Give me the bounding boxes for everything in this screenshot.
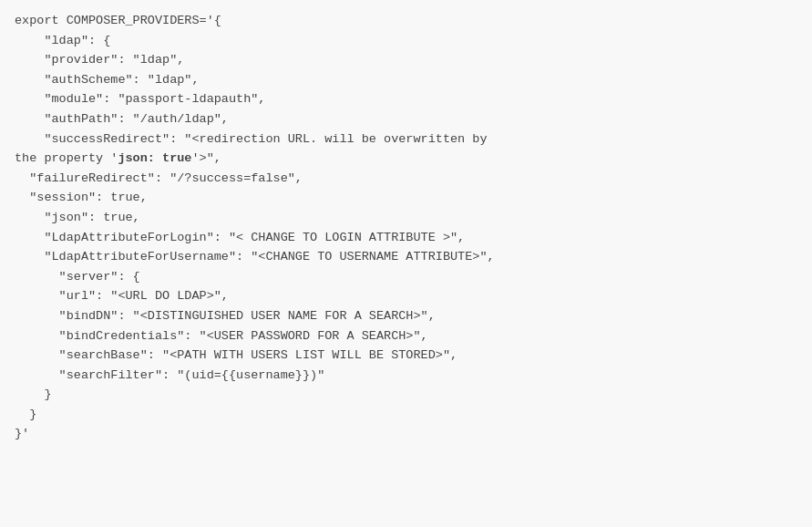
code-line-14: "server": {: [15, 267, 797, 287]
code-line-1: export COMPOSER_PROVIDERS='{: [15, 11, 797, 31]
code-line-15: "url": "<URL DO LDAP>",: [15, 286, 797, 306]
code-line-16: "bindDN": "<DISTINGUISHED USER NAME FOR …: [15, 306, 797, 326]
code-line-17: "bindCredentials": "<USER PASSWORD FOR A…: [15, 326, 797, 346]
code-line-22: }': [15, 424, 797, 444]
code-line-5: "module": "passport-ldapauth",: [15, 89, 797, 109]
code-line-2: "ldap": {: [15, 31, 797, 51]
code-line-18: "searchBase": "<PATH WITH USERS LIST WIL…: [15, 346, 797, 366]
code-line-13: "LdapAttributeForUsername": "<CHANGE TO …: [15, 247, 797, 267]
code-line-11: "json": true,: [15, 208, 797, 228]
code-line-7: "successRedirect": "<redirection URL. wi…: [15, 129, 797, 150]
code-line-6: "authPath": "/auth/ldap",: [15, 109, 797, 129]
code-line-10: "session": true,: [15, 188, 797, 208]
code-line-20: }: [15, 385, 797, 405]
code-line-9: "failureRedirect": "/?success=false",: [15, 169, 797, 189]
code-block: export COMPOSER_PROVIDERS='{ "ldap": { "…: [0, 0, 812, 527]
code-line-4: "authScheme": "ldap",: [15, 70, 797, 90]
code-line-8: the property 'json: true'>",: [15, 149, 797, 169]
code-line-12: "LdapAttributeForLogin": "< CHANGE TO LO…: [15, 228, 797, 248]
code-line-21: }: [15, 405, 797, 425]
code-line-19: "searchFilter": "(uid={{username}})": [15, 366, 797, 386]
code-line-3: "provider": "ldap",: [15, 50, 797, 70]
